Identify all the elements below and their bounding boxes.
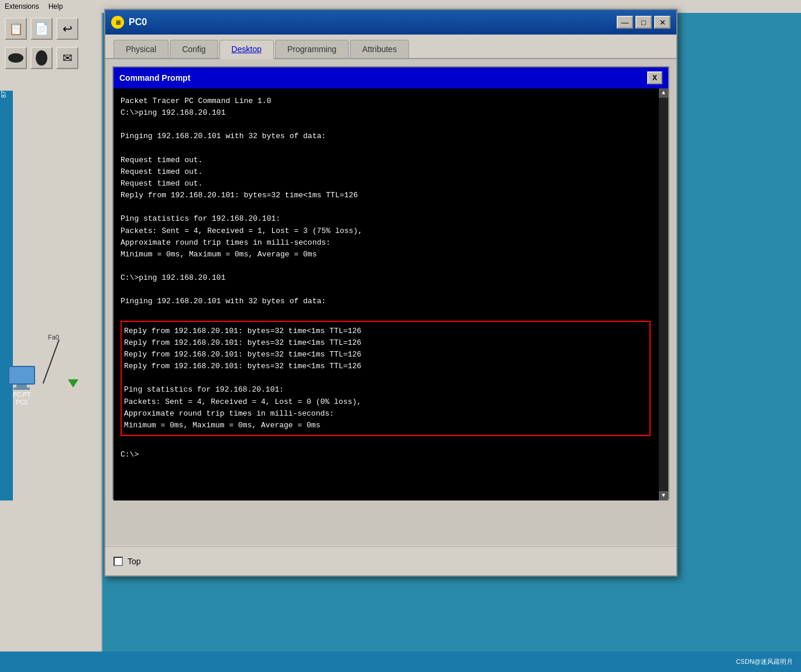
highlighted-line-7: Packets: Sent = 4, Received = 4, Lost = … bbox=[124, 396, 647, 408]
dialog-bottom-bar: Top bbox=[105, 546, 676, 575]
terminal-line-17 bbox=[121, 284, 660, 296]
cmd-prompt-window: Command Prompt X Packet Tracer PC Comman… bbox=[112, 66, 669, 499]
highlighted-line-6: Ping statistics for 192.168.20.101: bbox=[124, 384, 647, 396]
dialog-title-icon: 🖥 bbox=[111, 16, 124, 29]
dialog-title-text: PC0 bbox=[129, 17, 147, 28]
menu-help[interactable]: Help bbox=[49, 2, 63, 11]
svg-point-1 bbox=[36, 50, 47, 66]
blue-bar-label: 87 bbox=[0, 91, 7, 102]
scrollbar-up-arrow[interactable]: ▲ bbox=[659, 88, 668, 98]
tab-desktop[interactable]: Desktop bbox=[219, 40, 274, 59]
blue-accent-bar: 87 bbox=[0, 91, 13, 500]
terminal-line-16: C:\>ping 192.168.20.101 bbox=[121, 272, 660, 284]
terminal-scrollbar[interactable]: ▲ ▼ bbox=[659, 88, 668, 500]
svg-point-0 bbox=[8, 53, 23, 63]
cmd-title-bar: Command Prompt X bbox=[114, 67, 668, 88]
tab-config[interactable]: Config bbox=[170, 40, 218, 58]
highlighted-line-4: Reply from 192.168.20.101: bytes=32 time… bbox=[124, 361, 647, 372]
terminal-line-2: C:\>ping 192.168.20.101 bbox=[121, 107, 660, 119]
highlighted-line-1: Reply from 192.168.20.101: bytes=32 time… bbox=[124, 325, 647, 337]
toolbar-row2: ✉ bbox=[5, 47, 78, 69]
terminal-line-14: Minimum = 0ms, Maximum = 0ms, Average = … bbox=[121, 249, 660, 260]
terminal-line-19 bbox=[121, 308, 660, 320]
tab-physical[interactable]: Physical bbox=[114, 40, 169, 58]
green-arrow bbox=[68, 379, 78, 388]
terminal-line-18: Pinging 192.168.20.101 with 32 bytes of … bbox=[121, 296, 660, 307]
terminal-line-6: Request timed out. bbox=[121, 155, 660, 166]
pc0-dialog-window: 🖥 PC0 — □ ✕ Physical Config Desktop Prog… bbox=[104, 9, 678, 577]
maximize-button[interactable]: □ bbox=[635, 16, 652, 29]
scrollbar-track bbox=[659, 98, 668, 491]
cmd-close-button[interactable]: X bbox=[647, 71, 662, 84]
port-fa0-label: Fa0 bbox=[48, 334, 59, 341]
dialog-title-bar: 🖥 PC0 — □ ✕ bbox=[105, 10, 676, 35]
terminal-area[interactable]: Packet Tracer PC Command Line 1.0 C:\>pi… bbox=[114, 88, 668, 500]
terminal-line-8: Request timed out. bbox=[121, 178, 660, 190]
pc-device[interactable]: PC-PT PC0 bbox=[8, 366, 35, 406]
main-status-bar: CSDN@迷风疏明月 bbox=[0, 652, 801, 672]
highlighted-line-9: Minimum = 0ms, Maximum = 0ms, Average = … bbox=[124, 420, 647, 431]
minimize-button[interactable]: — bbox=[617, 16, 633, 29]
device-label-name: PC0 bbox=[16, 399, 27, 406]
tool-oval1-icon[interactable] bbox=[5, 47, 27, 69]
terminal-line-11: Ping statistics for 192.168.20.101: bbox=[121, 213, 660, 225]
tool-copy-icon[interactable]: 📋 bbox=[5, 18, 27, 40]
tab-attributes[interactable]: Attributes bbox=[350, 40, 409, 58]
terminal-prompt-line: C:\> bbox=[121, 449, 660, 461]
toolbar-row1: 📋 📄 ↩ bbox=[5, 18, 78, 40]
close-button[interactable]: ✕ bbox=[654, 16, 671, 29]
highlighted-line-3: Reply from 192.168.20.101: bytes=32 time… bbox=[124, 349, 647, 361]
terminal-line-15 bbox=[121, 260, 660, 272]
terminal-line-12: Packets: Sent = 4, Received = 1, Lost = … bbox=[121, 225, 660, 237]
tool-mail-icon[interactable]: ✉ bbox=[56, 47, 78, 69]
tool-paste-icon[interactable]: 📄 bbox=[30, 18, 53, 40]
tab-programming[interactable]: Programming bbox=[275, 40, 349, 58]
terminal-line-4: Pinging 192.168.20.101 with 32 bytes of … bbox=[121, 131, 660, 142]
highlighted-result-block: Reply from 192.168.20.101: bytes=32 time… bbox=[121, 321, 651, 436]
cmd-title-text: Command Prompt bbox=[119, 73, 190, 83]
tool-oval2-icon[interactable] bbox=[30, 47, 53, 69]
terminal-line-3 bbox=[121, 119, 660, 131]
terminal-line-13: Approximate round trip times in milli-se… bbox=[121, 237, 660, 249]
highlighted-line-5 bbox=[124, 372, 647, 384]
terminal-line-9: Reply from 192.168.20.101: bytes=32 time… bbox=[121, 190, 660, 201]
tool-arrow-icon[interactable]: ↩ bbox=[56, 18, 78, 40]
terminal-line-7: Request timed out. bbox=[121, 166, 660, 178]
top-checkbox-label: Top bbox=[128, 557, 141, 566]
left-panel bbox=[0, 13, 102, 672]
terminal-content: Packet Tracer PC Command Line 1.0 C:\>pi… bbox=[121, 95, 660, 461]
highlighted-line-8: Approximate round trip times in milli-se… bbox=[124, 408, 647, 420]
status-bar-text: CSDN@迷风疏明月 bbox=[736, 657, 793, 666]
device-label-pt: PC-PT bbox=[13, 391, 30, 399]
menu-extensions[interactable]: Extensions bbox=[5, 2, 39, 11]
highlighted-line-2: Reply from 192.168.20.101: bytes=32 time… bbox=[124, 337, 647, 349]
terminal-line-5 bbox=[121, 143, 660, 155]
tab-bar: Physical Config Desktop Programming Attr… bbox=[105, 35, 676, 59]
tab-content-area: Command Prompt X Packet Tracer PC Comman… bbox=[105, 59, 676, 545]
terminal-line-1: Packet Tracer PC Command Line 1.0 bbox=[121, 95, 660, 107]
terminal-line-blank bbox=[121, 437, 660, 449]
terminal-line-10 bbox=[121, 201, 660, 213]
scrollbar-down-arrow[interactable]: ▼ bbox=[659, 491, 668, 500]
top-checkbox[interactable] bbox=[114, 557, 123, 566]
